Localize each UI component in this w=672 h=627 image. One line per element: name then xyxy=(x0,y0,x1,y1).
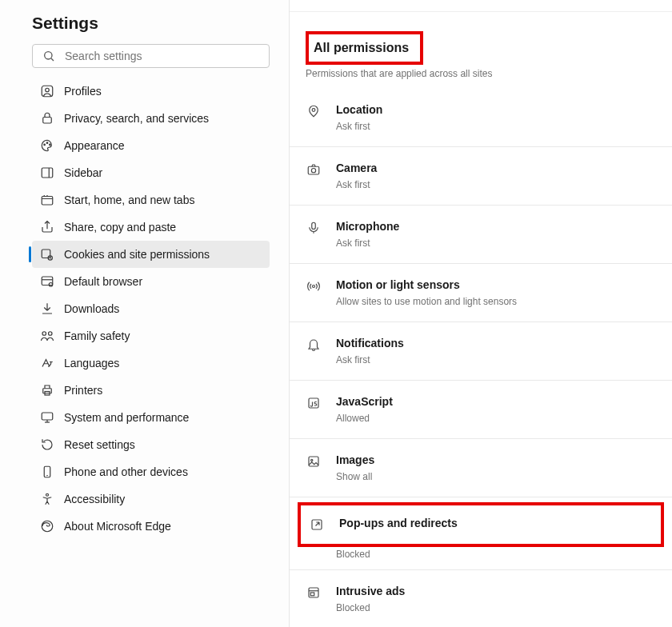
svg-rect-38 xyxy=(310,593,314,596)
svg-rect-8 xyxy=(42,168,53,178)
page-title: Settings xyxy=(32,14,270,33)
search-settings[interactable] xyxy=(32,44,270,68)
js-icon xyxy=(306,395,322,411)
svg-rect-4 xyxy=(43,118,52,124)
share-icon xyxy=(40,220,54,234)
sidebar-item-share[interactable]: Share, copy and paste xyxy=(32,214,270,241)
perm-name: Pop-ups and redirects xyxy=(339,517,458,529)
svg-point-6 xyxy=(46,142,48,144)
nav-label: Reset settings xyxy=(64,438,135,451)
sidebar-item-profiles[interactable]: Profiles xyxy=(32,78,270,105)
camera-icon xyxy=(306,162,322,178)
sidebar-item-accessibility[interactable]: Accessibility xyxy=(32,485,270,513)
sidebar-item-privacy[interactable]: Privacy, search, and services xyxy=(32,105,270,132)
download-icon xyxy=(40,302,54,316)
svg-point-29 xyxy=(311,169,315,173)
section-title: All permissions xyxy=(314,38,415,58)
svg-point-3 xyxy=(46,88,50,92)
perm-status: Ask first xyxy=(336,121,382,132)
nav-label: Phone and other devices xyxy=(64,465,188,478)
perm-name: Location xyxy=(336,103,382,116)
perm-row-location[interactable]: Location Ask first xyxy=(290,89,672,147)
sidebar-item-cookies[interactable]: Cookies and site permissions xyxy=(32,241,270,268)
nav-label: Share, copy and paste xyxy=(64,221,176,234)
sidebar-item-languages[interactable]: Languages xyxy=(32,349,270,377)
reset-icon xyxy=(40,437,54,452)
popup-icon xyxy=(309,517,325,533)
perm-status: Blocked xyxy=(290,549,672,570)
perm-name: Images xyxy=(336,453,374,466)
nav-label: Privacy, search, and services xyxy=(64,112,209,125)
svg-point-34 xyxy=(311,459,313,461)
ads-icon xyxy=(306,585,322,601)
sidebar-item-downloads[interactable]: Downloads xyxy=(32,295,270,322)
perm-name: Camera xyxy=(336,162,377,174)
sidebar-item-default-browser[interactable]: Default browser xyxy=(32,268,270,295)
nav-label: Cookies and site permissions xyxy=(64,248,210,261)
svg-line-1 xyxy=(51,58,54,61)
location-icon xyxy=(306,103,322,119)
tab-icon xyxy=(40,193,54,207)
svg-point-5 xyxy=(44,144,46,146)
sidebar-item-sidebar[interactable]: Sidebar xyxy=(32,159,270,186)
perm-row-ads[interactable]: Intrusive ads Blocked xyxy=(290,570,672,627)
perm-row-notifications[interactable]: Notifications Ask first xyxy=(290,322,672,381)
perm-row-motion[interactable]: Motion or light sensors Allow sites to u… xyxy=(290,264,672,322)
perm-name: Motion or light sensors xyxy=(336,278,517,291)
cookies-icon xyxy=(40,247,54,262)
mic-icon xyxy=(306,220,322,236)
nav-label: Start, home, and new tabs xyxy=(64,194,194,206)
nav-label: Default browser xyxy=(64,275,142,288)
settings-sidebar: Settings Profiles Privacy, search, and s… xyxy=(0,0,290,627)
motion-icon xyxy=(306,278,322,294)
browser-icon xyxy=(40,274,54,289)
svg-rect-28 xyxy=(308,166,319,174)
appearance-icon xyxy=(40,138,54,153)
perm-status: Show all xyxy=(336,471,374,482)
perm-row-popups[interactable]: Pop-ups and redirects xyxy=(298,502,664,547)
sidebar-item-phone[interactable]: Phone and other devices xyxy=(32,458,270,485)
svg-rect-10 xyxy=(42,197,53,206)
lock-icon xyxy=(40,111,54,126)
nav-label: About Microsoft Edge xyxy=(64,520,171,533)
bell-icon xyxy=(306,337,322,353)
svg-rect-30 xyxy=(312,222,316,229)
highlight-all-permissions: All permissions xyxy=(306,31,423,65)
search-input[interactable] xyxy=(65,50,259,62)
svg-rect-33 xyxy=(309,457,318,466)
sidebar-item-printers[interactable]: Printers xyxy=(32,377,270,404)
nav-label: Sidebar xyxy=(64,166,102,179)
perm-status: Ask first xyxy=(336,354,404,365)
perm-status: Allowed xyxy=(336,413,393,424)
nav-label: Appearance xyxy=(64,139,125,152)
perm-name: Notifications xyxy=(336,337,404,349)
settings-nav: Profiles Privacy, search, and services A… xyxy=(32,78,270,540)
perm-row-microphone[interactable]: Microphone Ask first xyxy=(290,206,672,264)
perm-row-javascript[interactable]: JavaScript Allowed xyxy=(290,381,672,439)
svg-rect-32 xyxy=(309,398,318,408)
svg-rect-13 xyxy=(42,277,53,286)
perm-status: Ask first xyxy=(336,238,399,249)
nav-label: Family safety xyxy=(64,329,130,342)
image-icon xyxy=(306,453,322,469)
permissions-panel: All permissions Permissions that are app… xyxy=(290,0,672,627)
perm-status: Allow sites to use motion and light sens… xyxy=(336,296,517,307)
sidebar-item-reset[interactable]: Reset settings xyxy=(32,431,270,458)
perm-row-images[interactable]: Images Show all xyxy=(290,439,672,497)
svg-rect-2 xyxy=(42,86,53,97)
section-subtitle: Permissions that are applied across all … xyxy=(306,68,656,79)
search-icon xyxy=(42,50,55,62)
nav-label: Languages xyxy=(64,357,119,369)
sidebar-item-system[interactable]: System and performance xyxy=(32,404,270,431)
nav-label: Profiles xyxy=(64,85,102,98)
sidebar-item-start[interactable]: Start, home, and new tabs xyxy=(32,186,270,214)
sidebar-item-about[interactable]: About Microsoft Edge xyxy=(32,513,270,540)
perm-row-camera[interactable]: Camera Ask first xyxy=(290,147,672,206)
nav-label: Printers xyxy=(64,384,102,397)
svg-point-16 xyxy=(42,332,46,336)
sidebar-item-family[interactable]: Family safety xyxy=(32,322,270,349)
perm-name: Microphone xyxy=(336,220,399,233)
phone-icon xyxy=(40,465,54,479)
sidebar-item-appearance[interactable]: Appearance xyxy=(32,132,270,159)
perm-name: Intrusive ads xyxy=(336,585,405,597)
